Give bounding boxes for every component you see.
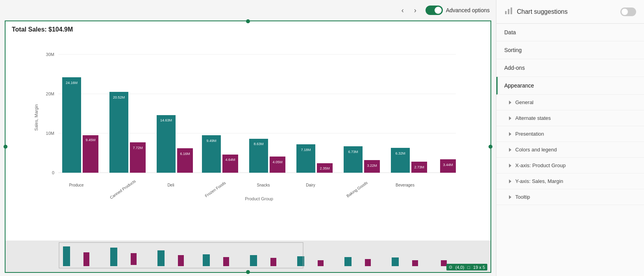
svg-rect-64 <box>344 257 352 266</box>
handle-bottom[interactable] <box>246 270 250 274</box>
svg-text:20M: 20M <box>46 91 54 96</box>
svg-rect-55 <box>131 253 137 265</box>
chevron-tooltip <box>509 195 511 199</box>
status-size: 19 x 5 <box>473 265 485 270</box>
menu-item-sorting-label: Sorting <box>504 47 522 53</box>
svg-text:6.32M: 6.32M <box>395 151 405 155</box>
menu-item-appearance[interactable]: Appearance <box>496 77 644 95</box>
advanced-options-toggle-container: Advanced options <box>426 6 490 15</box>
menu-item-appearance-label: Appearance <box>504 82 534 89</box>
chevron-colors-legend <box>509 148 511 152</box>
svg-text:4.05M: 4.05M <box>272 160 282 164</box>
svg-text:14.63M: 14.63M <box>160 118 172 122</box>
panel-header-left: Chart suggestions <box>504 6 568 17</box>
handle-left[interactable] <box>4 145 7 149</box>
svg-rect-19 <box>157 115 176 173</box>
sub-item-tooltip[interactable]: Tooltip <box>496 189 644 205</box>
svg-rect-66 <box>392 257 399 266</box>
chart-title: Total Sales: $104.9M <box>6 21 490 35</box>
advanced-options-label: Advanced options <box>446 7 490 13</box>
svg-text:Beverages: Beverages <box>396 183 415 187</box>
menu-item-data-label: Data <box>504 29 516 35</box>
sub-item-xaxis[interactable]: X-axis: Product Group <box>496 158 644 173</box>
nav-arrows: ‹ › <box>397 5 421 16</box>
svg-text:3.44M: 3.44M <box>443 163 453 167</box>
svg-text:9.49M: 9.49M <box>206 139 216 143</box>
svg-text:Frozen Foods: Frozen Foods <box>204 181 227 198</box>
svg-text:3.22M: 3.22M <box>367 164 377 168</box>
handle-right[interactable] <box>489 145 492 149</box>
chevron-xaxis <box>509 164 511 168</box>
svg-text:Dairy: Dairy <box>306 183 315 187</box>
svg-text:2.35M: 2.35M <box>320 166 329 170</box>
svg-rect-63 <box>318 260 324 266</box>
svg-rect-67 <box>412 260 418 266</box>
svg-text:2.73M: 2.73M <box>414 165 424 169</box>
sub-item-xaxis-label: X-axis: Product Group <box>515 162 566 168</box>
sub-item-presentation[interactable]: Presentation <box>496 126 644 142</box>
sub-item-alternate-states[interactable]: Alternate states <box>496 110 644 126</box>
panel-menu: Data Sorting Add-ons Appearance General … <box>496 24 644 205</box>
svg-rect-31 <box>270 157 285 173</box>
svg-text:4.64M: 4.64M <box>225 158 235 162</box>
svg-rect-59 <box>223 257 229 266</box>
svg-rect-68 <box>441 260 447 266</box>
svg-text:20.52M: 20.52M <box>113 95 125 99</box>
sub-item-general[interactable]: General <box>496 95 644 110</box>
svg-text:Product Group: Product Group <box>245 196 273 201</box>
svg-rect-70 <box>505 11 507 14</box>
chevron-yaxis <box>509 179 511 183</box>
sub-item-general-label: General <box>515 99 533 105</box>
svg-text:24.16M: 24.16M <box>66 81 78 85</box>
svg-rect-52 <box>63 246 70 266</box>
menu-item-sorting[interactable]: Sorting <box>496 41 644 59</box>
sub-item-presentation-label: Presentation <box>515 131 544 137</box>
status-coords: (4,0) <box>455 265 464 270</box>
svg-rect-53 <box>83 252 89 266</box>
chart-suggestions-icon <box>504 6 513 17</box>
svg-text:Sales, Margin: Sales, Margin <box>34 104 39 131</box>
sub-item-colors-legend-label: Colors and legend <box>515 147 557 153</box>
menu-item-data[interactable]: Data <box>496 24 644 41</box>
svg-text:9.45M: 9.45M <box>85 138 95 142</box>
sub-item-yaxis-label: Y-axis: Sales, Margin <box>515 178 563 184</box>
chevron-alternate-states <box>509 116 511 120</box>
chart-svg: 30M 20M 10M 0 Sales, Margin 24.16M 9.45M… <box>7 35 487 204</box>
svg-text:0: 0 <box>52 170 54 175</box>
sub-item-alternate-states-label: Alternate states <box>515 115 551 121</box>
mini-chart <box>6 241 490 272</box>
svg-text:6.73M: 6.73M <box>348 150 358 154</box>
status-sep: □ <box>467 265 470 270</box>
svg-text:Deli: Deli <box>167 183 174 187</box>
sub-item-yaxis[interactable]: Y-axis: Sales, Margin <box>496 173 644 189</box>
toolbar: ‹ › Advanced options <box>0 0 496 21</box>
menu-item-addons-label: Add-ons <box>504 65 525 71</box>
sub-item-colors-legend[interactable]: Colors and legend <box>496 142 644 158</box>
svg-text:7.72M: 7.72M <box>133 146 142 150</box>
svg-text:Produce: Produce <box>69 183 84 187</box>
svg-rect-57 <box>178 255 184 266</box>
handle-top[interactable] <box>246 19 250 23</box>
svg-rect-54 <box>110 248 117 266</box>
svg-rect-14 <box>109 92 128 173</box>
panel-header: Chart suggestions <box>496 0 644 24</box>
svg-rect-72 <box>511 7 512 14</box>
nav-next-button[interactable]: › <box>410 5 421 16</box>
panel-title: Chart suggestions <box>517 8 568 15</box>
svg-rect-71 <box>508 9 509 14</box>
svg-text:Snacks: Snacks <box>257 183 270 187</box>
menu-item-addons[interactable]: Add-ons <box>496 59 644 77</box>
svg-text:6.16M: 6.16M <box>180 152 190 156</box>
advanced-options-toggle[interactable] <box>426 6 443 15</box>
chart-suggestions-toggle[interactable] <box>620 7 636 16</box>
nav-prev-button[interactable]: ‹ <box>397 5 408 16</box>
right-panel: Chart suggestions Data Sorting Add-ons A… <box>496 0 644 276</box>
svg-text:Baking Goods: Baking Goods <box>346 181 368 198</box>
svg-text:10M: 10M <box>46 131 54 136</box>
status-icon: ⊙ <box>449 265 452 270</box>
svg-rect-65 <box>365 259 371 266</box>
svg-text:Canned Products: Canned Products <box>109 179 137 200</box>
chevron-presentation <box>509 132 511 136</box>
status-bar: ⊙ (4,0) □ 19 x 5 <box>446 264 487 270</box>
svg-rect-26 <box>222 155 238 173</box>
